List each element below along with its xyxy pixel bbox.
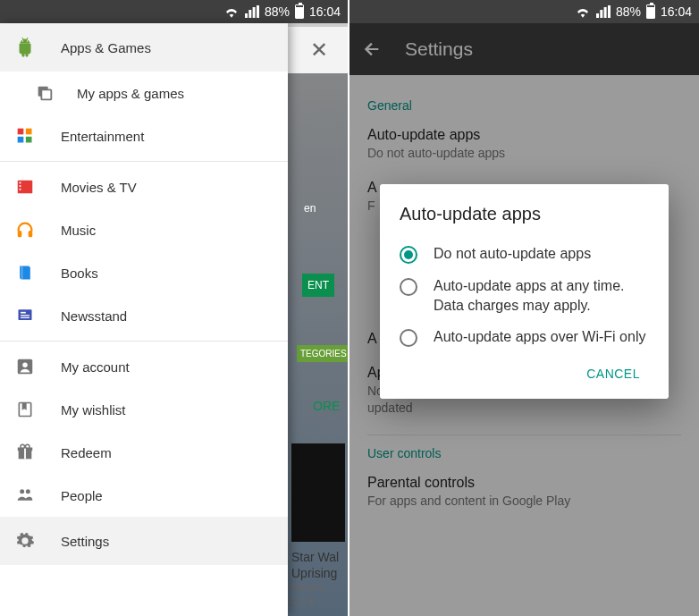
radio-option-0[interactable]: Do not auto-update apps [400,244,649,264]
svg-rect-17 [21,315,29,316]
svg-rect-24 [24,448,26,460]
close-icon[interactable]: ✕ [303,34,335,66]
divider [0,341,288,342]
headphones-icon [14,219,36,240]
svg-rect-10 [20,185,21,187]
gear-icon [14,530,36,552]
bg-categories: TEGORIES [297,345,350,362]
right-screenshot: 88% 16:04 Settings General Auto-update a… [350,0,699,616]
book-icon [14,262,36,283]
tiles-icon [14,125,36,147]
svg-rect-11 [20,189,21,190]
signal-icon [596,5,611,18]
svg-rect-14 [21,266,23,280]
radio-option-2[interactable]: Auto-update apps over Wi-Fi only [400,327,649,347]
svg-point-26 [25,444,29,449]
wifi-icon [223,5,240,18]
android-icon [14,37,36,58]
svg-point-1 [27,40,28,41]
svg-rect-4 [18,129,24,135]
clock: 16:04 [309,4,341,19]
film-icon [14,176,36,198]
drawer-item-apps-games[interactable]: Apps & Games [0,23,288,72]
drawer-label: Movies & TV [61,180,274,195]
left-screenshot: 88% 16:04 ✕ en ENT TEGORIES ORE Star Wal… [0,0,350,616]
radio-unselected-icon [400,329,417,347]
nav-drawer: Apps & Games My apps & games Entertainme… [0,23,288,616]
svg-rect-18 [21,317,29,318]
bg-badge: ENT [302,274,334,297]
drawer-item-wishlist[interactable]: My wishlist [0,388,288,431]
svg-rect-13 [29,231,33,237]
battery-icon [295,4,304,19]
clock: 16:04 [661,4,692,19]
drawer-label: Redeem [61,445,274,460]
drawer-label: People [61,488,274,503]
news-icon [14,305,36,326]
statusbar: 88% 16:04 [350,0,699,23]
drawer-label: Books [61,266,274,281]
wifi-icon [575,5,591,18]
divider [0,161,288,162]
bookmark-icon [14,399,36,420]
drawer-item-redeem[interactable]: Redeem [0,431,288,474]
cancel-button[interactable]: CANCEL [577,359,649,388]
drawer-item-books[interactable]: Books [0,251,288,294]
statusbar: 88% 16:04 [0,0,348,23]
bg-more: ORE [313,399,340,413]
svg-point-20 [22,362,28,367]
drawer-label: My wishlist [61,402,274,418]
bg-app-meta: Star Wal Uprising Kabam 4.2★ [291,549,339,610]
svg-rect-6 [18,137,24,143]
svg-rect-3 [41,89,51,99]
svg-rect-12 [18,231,22,237]
battery-pct: 88% [265,4,290,19]
stack-icon [34,82,55,104]
battery-pct: 88% [616,4,641,19]
people-icon [14,485,36,506]
drawer-item-people[interactable]: People [0,474,288,517]
drawer-label: Entertainment [61,129,274,144]
bg-fragment: en [304,202,316,215]
drawer-item-my-account[interactable]: My account [0,345,288,388]
radio-selected-icon [400,246,417,264]
drawer-label: My apps & games [77,86,274,101]
drawer-item-settings[interactable]: Settings [0,517,288,565]
svg-rect-16 [21,312,26,314]
svg-rect-5 [26,129,32,135]
drawer-item-my-apps[interactable]: My apps & games [0,72,288,114]
svg-point-25 [21,444,25,449]
radio-option-1[interactable]: Auto-update apps at any time. Data charg… [400,276,649,315]
svg-point-27 [20,489,24,494]
drawer-item-music[interactable]: Music [0,208,288,251]
svg-rect-7 [26,137,32,143]
svg-rect-9 [20,182,21,184]
drawer-item-movies[interactable]: Movies & TV [0,165,288,208]
drawer-label: Newsstand [61,308,274,324]
svg-point-28 [26,489,30,494]
drawer-item-newsstand[interactable]: Newsstand [0,294,288,337]
dialog-title: Auto-update apps [400,204,649,224]
drawer-item-entertainment[interactable]: Entertainment [0,114,288,157]
drawer-label: Apps & Games [61,40,274,55]
auto-update-dialog: Auto-update apps Do not auto-update apps… [380,184,669,399]
svg-point-0 [22,40,23,41]
drawer-label: Settings [61,534,274,549]
gift-icon [14,442,36,463]
signal-icon [245,5,259,18]
battery-icon [646,4,655,19]
bg-app-card [291,443,345,542]
account-icon [14,356,36,377]
drawer-label: Music [61,223,274,238]
radio-unselected-icon [400,278,417,296]
drawer-label: My account [61,359,274,375]
